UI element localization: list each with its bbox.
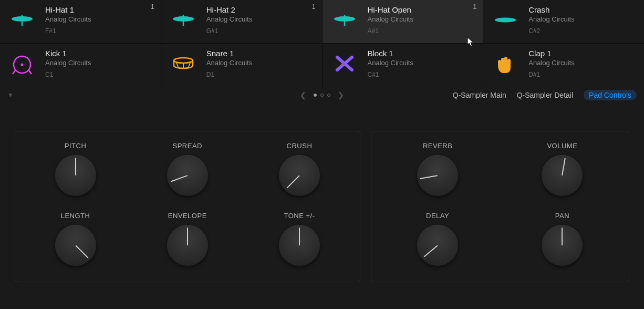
tab-pad-controls[interactable]: Pad Controls bbox=[584, 90, 637, 100]
knob-pitch-dial[interactable] bbox=[55, 155, 96, 196]
knob-label: DELAY bbox=[426, 212, 449, 220]
pad-text: Hi-Hat 1 Analog Circuits F#1 bbox=[45, 5, 91, 35]
hihat-icon bbox=[7, 5, 37, 35]
block-icon bbox=[330, 49, 359, 78]
pad-crash[interactable]: Crash Analog Circuits C#2 bbox=[483, 0, 644, 43]
pad-note-label: A#1 bbox=[368, 27, 413, 35]
pad-note-label: G#1 bbox=[206, 27, 252, 35]
svg-line-9 bbox=[29, 70, 32, 74]
pad-badge: 1 bbox=[312, 3, 316, 11]
pad-controls-panel: PITCH SPREAD CRUSH LENGTH ENVELOPE bbox=[0, 102, 644, 298]
knob-label: ENVELOPE bbox=[168, 212, 207, 220]
knob-crush: CRUSH bbox=[254, 142, 345, 196]
knob-volume-dial[interactable] bbox=[542, 155, 583, 196]
view-tabs: Q-Sampler Main Q-Sampler Detail Pad Cont… bbox=[453, 90, 637, 100]
pad-note-label: C#1 bbox=[368, 71, 413, 78]
pad-name-label: Kick 1 bbox=[45, 49, 91, 58]
hihat-icon bbox=[169, 5, 198, 35]
pad-name-label: Hi-Hat 1 bbox=[45, 5, 91, 14]
chevron-right-icon[interactable]: ❯ bbox=[336, 91, 346, 99]
pad-kit-label: Analog Circuits bbox=[528, 59, 574, 67]
pad-kit-label: Analog Circuits bbox=[368, 15, 413, 23]
pad-text: Kick 1 Analog Circuits C1 bbox=[45, 49, 91, 78]
pad-note-label: C1 bbox=[45, 71, 91, 78]
pad-kit-label: Analog Circuits bbox=[45, 15, 91, 23]
knob-spread: SPREAD bbox=[142, 142, 233, 196]
pad-name-label: Crash bbox=[528, 5, 574, 14]
knob-reverb-dial[interactable] bbox=[417, 155, 458, 196]
pad-kit-label: Analog Circuits bbox=[368, 59, 413, 67]
pad-name-label: Hi-Hat 2 bbox=[206, 5, 252, 14]
pad-kit-label: Analog Circuits bbox=[206, 15, 252, 23]
knob-tone-dial[interactable] bbox=[279, 225, 320, 266]
disclose-icon[interactable]: ▼ bbox=[7, 91, 14, 99]
hihat-icon bbox=[330, 5, 359, 35]
svg-line-8 bbox=[13, 70, 15, 74]
pager: ❮ ❯ bbox=[298, 91, 346, 99]
knob-delay-dial[interactable] bbox=[417, 225, 458, 266]
pad-text: Hi-Hat Open Analog Circuits A#1 bbox=[368, 5, 413, 35]
pad-grid: 1 Hi-Hat 1 Analog Circuits F#1 1 Hi-Hat … bbox=[0, 0, 644, 87]
svg-point-10 bbox=[21, 64, 24, 66]
nav-bar: ▼ ❮ ❯ Q-Sampler Main Q-Sampler Detail Pa… bbox=[0, 87, 644, 102]
pad-kit-label: Analog Circuits bbox=[45, 59, 91, 67]
knob-envelope: ENVELOPE bbox=[142, 212, 233, 266]
knob-pitch: PITCH bbox=[30, 142, 121, 196]
svg-point-6 bbox=[495, 18, 516, 23]
pad-text: Hi-Hat 2 Analog Circuits G#1 bbox=[206, 5, 252, 35]
knob-crush-dial[interactable] bbox=[279, 155, 320, 196]
pad-hi-hat-1[interactable]: 1 Hi-Hat 1 Analog Circuits F#1 bbox=[0, 0, 161, 43]
knob-length: LENGTH bbox=[30, 212, 121, 266]
pad-text: Snare 1 Analog Circuits D1 bbox=[206, 49, 252, 78]
pad-note-label: D1 bbox=[206, 71, 252, 78]
knob-envelope-dial[interactable] bbox=[167, 225, 208, 266]
pad-hi-hat-2[interactable]: 1 Hi-Hat 2 Analog Circuits G#1 bbox=[161, 0, 322, 43]
page-dot[interactable] bbox=[327, 94, 330, 97]
pad-note-label: D#1 bbox=[528, 71, 574, 78]
pad-badge: 1 bbox=[473, 3, 477, 11]
chevron-left-icon[interactable]: ❮ bbox=[298, 91, 308, 99]
tab-qsampler-detail[interactable]: Q-Sampler Detail bbox=[517, 91, 573, 99]
knob-reverb: REVERB bbox=[386, 142, 490, 196]
knob-label: REVERB bbox=[423, 142, 452, 150]
pad-name-label: Clap 1 bbox=[528, 49, 574, 58]
knob-label: TONE +/- bbox=[284, 212, 315, 220]
clap-icon bbox=[491, 49, 520, 78]
knob-label: CRUSH bbox=[287, 142, 313, 150]
knob-spread-dial[interactable] bbox=[167, 155, 208, 196]
knob-label: SPREAD bbox=[173, 142, 202, 150]
mix-panel: REVERB VOLUME DELAY PAN bbox=[371, 131, 629, 282]
pad-clap-1[interactable]: Clap 1 Analog Circuits D#1 bbox=[483, 44, 644, 87]
pad-kit-label: Analog Circuits bbox=[528, 15, 574, 23]
crash-icon bbox=[491, 5, 520, 35]
knob-label: PAN bbox=[555, 212, 569, 220]
knob-volume: VOLUME bbox=[511, 142, 614, 196]
page-dot[interactable] bbox=[320, 94, 324, 97]
page-dots[interactable] bbox=[314, 94, 330, 97]
kick-icon bbox=[7, 49, 37, 78]
pad-snare-1[interactable]: Snare 1 Analog Circuits D1 bbox=[161, 44, 322, 87]
pad-text: Crash Analog Circuits C#2 bbox=[528, 5, 574, 35]
pad-text: Clap 1 Analog Circuits D#1 bbox=[528, 49, 574, 78]
pad-name-label: Hi-Hat Open bbox=[368, 5, 413, 14]
pad-name-label: Block 1 bbox=[368, 49, 413, 58]
knob-tone: TONE +/- bbox=[254, 212, 345, 266]
tab-qsampler-main[interactable]: Q-Sampler Main bbox=[453, 91, 506, 99]
pad-note-label: C#2 bbox=[528, 27, 574, 35]
knob-delay: DELAY bbox=[386, 212, 490, 266]
knob-length-dial[interactable] bbox=[55, 225, 96, 266]
pad-block-1[interactable]: Block 1 Analog Circuits C#1 bbox=[323, 44, 483, 87]
pad-name-label: Snare 1 bbox=[206, 49, 252, 58]
pad-text: Block 1 Analog Circuits C#1 bbox=[368, 49, 413, 78]
pad-kit-label: Analog Circuits bbox=[206, 59, 252, 67]
knob-label: VOLUME bbox=[547, 142, 577, 150]
pad-note-label: F#1 bbox=[45, 27, 91, 35]
knob-label: PITCH bbox=[65, 142, 87, 150]
knob-pan-dial[interactable] bbox=[542, 225, 583, 266]
knob-label: LENGTH bbox=[61, 212, 90, 220]
pad-hi-hat-open[interactable]: 1 Hi-Hat Open Analog Circuits A#1 bbox=[323, 0, 483, 43]
pad-kick-1[interactable]: Kick 1 Analog Circuits C1 bbox=[0, 44, 161, 87]
knob-pan: PAN bbox=[511, 212, 614, 266]
effects-panel: PITCH SPREAD CRUSH LENGTH ENVELOPE bbox=[15, 131, 360, 282]
page-dot[interactable] bbox=[314, 94, 317, 97]
